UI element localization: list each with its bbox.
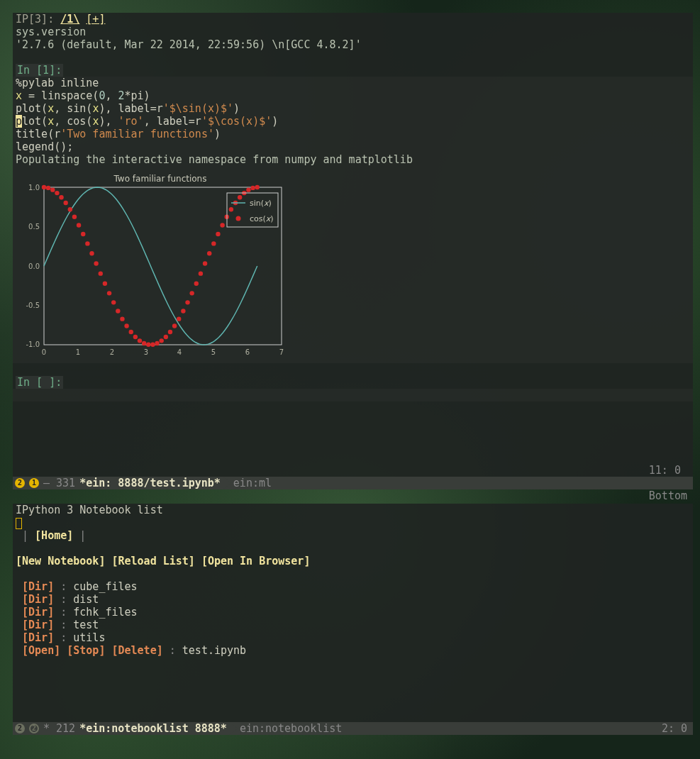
cursor-position-2: 2: 0: [662, 722, 687, 735]
new-notebook-button[interactable]: [New Notebook]: [16, 555, 105, 567]
code-line-3[interactable]: plot(x, sin(x), label=r'$\sin(x)$'): [13, 102, 693, 115]
svg-point-18: [59, 195, 63, 199]
svg-point-43: [168, 330, 172, 334]
stop-button[interactable]: [Stop]: [67, 644, 105, 657]
reload-list-button[interactable]: [Reload List]: [111, 555, 194, 567]
buffer-name-2[interactable]: *ein:notebooklist 8888*: [79, 722, 227, 735]
separator-icon: [223, 477, 231, 489]
svg-text:3: 3: [144, 348, 148, 356]
modeline-top: 2 1 — 331 *ein: 8888/test.ipynb* ein:ml …: [13, 477, 693, 489]
svg-point-48: [189, 291, 194, 295]
dir-tag[interactable]: [Dir]: [22, 593, 54, 606]
svg-text:0: 0: [42, 348, 46, 356]
notebook-row: [Open] [Stop] [Delete] : test.ipynb: [13, 644, 693, 657]
svg-point-35: [133, 335, 138, 339]
indicator-1-icon: 1: [29, 478, 39, 488]
open-in-browser-button[interactable]: [Open In Browser]: [201, 555, 311, 567]
svg-point-23: [81, 232, 85, 236]
dir-name[interactable]: dist: [73, 593, 99, 606]
svg-point-27: [99, 271, 103, 275]
svg-point-30: [111, 300, 116, 304]
dir-row: [Dir] : fchk_files: [13, 606, 693, 619]
svg-point-19: [63, 201, 67, 205]
buffer-name[interactable]: *ein: 8888/test.ipynb*: [79, 477, 221, 489]
nblist-actions: [New Notebook] [Reload List] [Open In Br…: [13, 555, 693, 567]
svg-point-37: [142, 341, 146, 345]
plot-legend: sin(x) cos(x): [227, 193, 278, 227]
modeline-bottom: 2 2 * 212 *ein:notebooklist 8888* ein:no…: [13, 722, 693, 735]
svg-point-41: [159, 338, 163, 343]
dir-tag[interactable]: [Dir]: [22, 619, 54, 631]
svg-point-42: [164, 335, 168, 339]
svg-point-40: [155, 341, 159, 345]
output-sysversion-value: '2.7.6 (default, Mar 22 2014, 22:59:56) …: [13, 38, 693, 51]
output-sysversion-call: sys.version: [13, 26, 693, 38]
indicator-2c-icon: 2: [29, 724, 39, 733]
svg-point-67: [236, 216, 241, 221]
home-link[interactable]: [Home]: [35, 529, 73, 542]
empty-cell[interactable]: [13, 389, 693, 401]
dir-row: [Dir] : utils: [13, 631, 693, 644]
modeline-flags: — 331: [43, 477, 75, 489]
svg-point-45: [177, 316, 181, 321]
dir-tag[interactable]: [Dir]: [22, 580, 54, 593]
svg-point-46: [181, 309, 185, 313]
dir-name[interactable]: test: [73, 619, 99, 631]
dir-row: [Dir] : test: [13, 619, 693, 631]
dir-name[interactable]: cube_files: [73, 580, 137, 593]
svg-point-24: [85, 241, 89, 245]
plot-output: Two familiar functions 1.0 0.5 0.0 -0.5 …: [16, 172, 285, 363]
notebooklist-frame: IPython 3 Notebook list | [Home] | [New …: [13, 504, 693, 735]
svg-point-29: [107, 291, 111, 295]
code-line-2[interactable]: x = linspace(0, 2*pi): [13, 89, 693, 102]
svg-point-28: [103, 281, 107, 285]
code-line-5[interactable]: title(r'Two familiar functions'): [13, 128, 693, 140]
major-mode: ein:ml: [233, 477, 272, 489]
svg-text:0.5: 0.5: [28, 223, 40, 231]
svg-point-62: [250, 186, 255, 190]
code-line-4[interactable]: plot(x, cos(x), 'ro', label=r'$\cos(x)$'…: [13, 115, 693, 128]
code-line-6[interactable]: legend();: [13, 140, 693, 153]
svg-text:cos(x): cos(x): [250, 214, 274, 223]
svg-point-21: [72, 215, 77, 219]
svg-point-52: [207, 251, 211, 255]
dir-tag[interactable]: [Dir]: [22, 606, 54, 619]
svg-point-31: [116, 309, 120, 313]
cell-prompt-in1[interactable]: In [1]:: [13, 64, 693, 77]
major-mode-2: ein:notebooklist: [240, 722, 343, 735]
tab-prefix: IP[3]:: [16, 13, 60, 26]
svg-point-55: [220, 223, 224, 227]
code-cell-1[interactable]: %pylab inline x = linspace(0, 2*pi) plot…: [13, 77, 693, 363]
svg-point-15: [46, 186, 50, 190]
indicator-2b-icon: 2: [15, 724, 25, 733]
svg-text:7: 7: [279, 348, 284, 356]
delete-button[interactable]: [Delete]: [111, 644, 162, 657]
svg-point-39: [150, 343, 155, 347]
svg-text:1.0: 1.0: [28, 184, 40, 192]
svg-point-63: [255, 185, 259, 189]
dir-tag[interactable]: [Dir]: [22, 631, 54, 644]
tab-add[interactable]: [+]: [86, 13, 105, 26]
svg-point-50: [199, 271, 203, 275]
svg-point-25: [89, 251, 94, 255]
separator-icon: [229, 722, 238, 735]
svg-text:-0.5: -0.5: [26, 301, 40, 309]
svg-text:2: 2: [110, 348, 114, 356]
tab-active[interactable]: /1\: [60, 13, 79, 26]
dir-name[interactable]: utils: [73, 631, 105, 644]
notebook-frame: IP[3]: /1\ [+] sys.version '2.7.6 (defau…: [13, 13, 693, 489]
code-line-1[interactable]: %pylab inline: [13, 77, 693, 89]
svg-point-22: [77, 223, 81, 227]
svg-point-49: [194, 281, 199, 285]
cell-prompt-empty[interactable]: In [ ]:: [13, 376, 693, 389]
svg-text:4: 4: [177, 348, 182, 356]
text-cursor: p: [16, 115, 22, 128]
open-button[interactable]: [Open]: [22, 644, 60, 657]
svg-point-17: [55, 191, 59, 195]
svg-point-54: [216, 232, 220, 236]
svg-text:0.0: 0.0: [28, 262, 40, 270]
notebook-filename[interactable]: test.ipynb: [182, 644, 246, 657]
svg-point-36: [138, 338, 142, 343]
dir-name[interactable]: fchk_files: [73, 606, 137, 619]
scroll-position: Bottom: [649, 489, 687, 502]
